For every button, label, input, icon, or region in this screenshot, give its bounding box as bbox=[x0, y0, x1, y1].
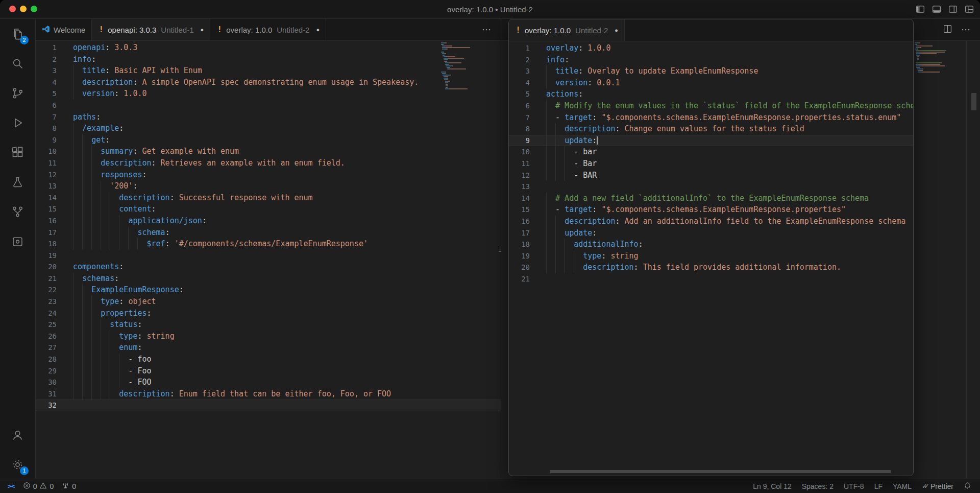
toggle-panel-icon[interactable] bbox=[932, 5, 941, 14]
code-line[interactable]: 18 additionalInfo: bbox=[509, 239, 913, 250]
explorer-view-button[interactable]: 2 bbox=[0, 19, 35, 49]
code-line[interactable]: 27 enum: bbox=[36, 342, 501, 354]
code-line[interactable]: 11 - Bar bbox=[509, 158, 913, 170]
toggle-primary-sidebar-icon[interactable] bbox=[916, 5, 925, 14]
minimize-window-button[interactable] bbox=[20, 6, 27, 12]
git-graph-view-button[interactable] bbox=[0, 197, 35, 226]
code-line[interactable]: 19 bbox=[36, 250, 501, 262]
code-line[interactable]: 16 description: Add an additionalInfo fi… bbox=[509, 216, 913, 227]
zoom-window-button[interactable] bbox=[31, 6, 37, 12]
settings-button[interactable]: 1 bbox=[0, 450, 35, 479]
minimap[interactable] bbox=[915, 42, 963, 75]
minimap[interactable] bbox=[441, 42, 485, 91]
code-line[interactable]: 3 title: Overlay to update ExampleEnumRe… bbox=[509, 65, 913, 77]
tab-overlay-floating[interactable]: ! overlay: 1.0.0 Untitled-2 ● bbox=[509, 19, 625, 41]
code-line[interactable]: 4 version: 0.0.1 bbox=[509, 77, 913, 89]
vertical-scrollbar[interactable] bbox=[971, 93, 976, 110]
code-line[interactable]: 1openapi: 3.0.3 bbox=[36, 42, 501, 54]
extensions-view-button[interactable] bbox=[0, 137, 35, 167]
code-line[interactable]: 28 - foo bbox=[36, 354, 501, 365]
code-line[interactable]: 22 ExampleEnumResponse: bbox=[36, 284, 501, 296]
cursor-position-status[interactable]: Ln 9, Col 12 bbox=[749, 479, 795, 493]
code-line[interactable]: 10 - bar bbox=[509, 146, 913, 158]
code-line[interactable]: 9 get: bbox=[36, 134, 501, 146]
code-line[interactable]: 11 description: Retrieves an example wit… bbox=[36, 157, 501, 169]
code-line[interactable]: 1overlay: 1.0.0 bbox=[509, 42, 913, 54]
horizontal-scrollbar[interactable] bbox=[550, 470, 891, 473]
code-line[interactable]: 15 - target: "$.components.schemas.Examp… bbox=[509, 204, 913, 216]
code-line[interactable]: 23 type: object bbox=[36, 296, 501, 308]
formatter-status[interactable]: ✓✓ Prettier bbox=[918, 479, 957, 493]
openapi-editor[interactable]: 1openapi: 3.0.32info:3 title: Basic API … bbox=[36, 40, 501, 479]
code-line[interactable]: 17 schema: bbox=[36, 227, 501, 239]
indent-guide bbox=[546, 77, 547, 89]
overlay-editor[interactable]: 1overlay: 1.0.02info:3 title: Overlay to… bbox=[509, 41, 913, 469]
language-mode-status[interactable]: YAML bbox=[889, 479, 915, 493]
notifications-button[interactable] bbox=[960, 479, 975, 493]
source-control-view-button[interactable] bbox=[0, 78, 35, 108]
code-line[interactable]: 2info: bbox=[509, 54, 913, 66]
code-line[interactable]: 13 '200': bbox=[36, 180, 501, 192]
indent-guide bbox=[546, 262, 547, 273]
code-line[interactable]: 21 schemas: bbox=[36, 273, 501, 285]
code-line[interactable]: 13 bbox=[509, 181, 913, 193]
code-line[interactable]: 10 summary: Get example with enum bbox=[36, 146, 501, 157]
code-line[interactable]: 29 - Foo bbox=[36, 365, 501, 377]
code-line[interactable]: 9 update: bbox=[509, 135, 913, 147]
toggle-secondary-sidebar-icon[interactable] bbox=[948, 5, 958, 14]
more-actions-icon[interactable]: ⋯ bbox=[482, 24, 492, 35]
code-line[interactable]: 3 title: Basic API with Enum bbox=[36, 65, 501, 77]
code-line[interactable]: 18 $ref: '#/components/schemas/ExampleEn… bbox=[36, 238, 501, 250]
modified-dot-close-button[interactable]: ● bbox=[316, 27, 320, 33]
code-line[interactable]: 8 description: Change enum values for th… bbox=[509, 123, 913, 135]
code-line[interactable]: 12 - BAR bbox=[509, 170, 913, 181]
modified-dot-close-button[interactable]: ● bbox=[615, 27, 618, 33]
code-line[interactable]: 21 bbox=[509, 273, 913, 285]
code-line[interactable]: 14 # Add a new field `additionalInfo` to… bbox=[509, 193, 913, 204]
code-line[interactable]: 2info: bbox=[36, 54, 501, 65]
split-editor-icon[interactable] bbox=[943, 25, 952, 35]
code-line[interactable]: 31 description: Enum field that can be e… bbox=[36, 388, 501, 400]
code-line[interactable]: 14 description: Successful response with… bbox=[36, 192, 501, 204]
tab-welcome[interactable]: Welcome bbox=[36, 19, 92, 40]
code-line[interactable]: 4 description: A simple OpenAPI spec dem… bbox=[36, 77, 501, 88]
code-line[interactable]: 5actions: bbox=[509, 88, 913, 100]
code-line[interactable]: 6 bbox=[36, 100, 501, 111]
tab-openapi-untitled-1[interactable]: ! openapi: 3.0.3 Untitled-1 ● bbox=[92, 19, 210, 40]
code-line[interactable]: 24 properties: bbox=[36, 308, 501, 319]
code-line[interactable]: 8 /example: bbox=[36, 123, 501, 134]
encoding-status[interactable]: UTF-8 bbox=[840, 479, 868, 493]
container-view-button[interactable] bbox=[0, 226, 35, 256]
code-line[interactable]: 32 bbox=[36, 400, 501, 411]
modified-dot-close-button[interactable]: ● bbox=[201, 27, 204, 33]
indentation-status[interactable]: Spaces: 2 bbox=[798, 479, 837, 493]
accounts-button[interactable] bbox=[0, 420, 35, 450]
ports-status[interactable]: 0 bbox=[58, 479, 80, 493]
problems-status[interactable]: 0 0 bbox=[19, 479, 58, 493]
code-line[interactable]: 7 - target: "$.components.schemas.Exampl… bbox=[509, 112, 913, 124]
testing-view-button[interactable] bbox=[0, 167, 35, 197]
code-line[interactable]: 6 # Modify the enum values in the `statu… bbox=[509, 100, 913, 112]
code-line[interactable]: 5 version: 1.0.0 bbox=[36, 88, 501, 100]
code-line[interactable]: 17 update: bbox=[509, 227, 913, 239]
eol-status[interactable]: LF bbox=[871, 479, 886, 493]
code-line[interactable]: 20components: bbox=[36, 261, 501, 273]
code-line[interactable]: 19 type: string bbox=[509, 250, 913, 262]
code-line[interactable]: 12 responses: bbox=[36, 169, 501, 181]
code-line[interactable]: 26 type: string bbox=[36, 331, 501, 342]
code-line[interactable]: 25 status: bbox=[36, 319, 501, 331]
code-line[interactable]: 30 - FOO bbox=[36, 377, 501, 388]
remote-indicator[interactable]: >< bbox=[4, 479, 18, 493]
tab-overlay-untitled-2[interactable]: ! overlay: 1.0.0 Untitled-2 ● bbox=[210, 19, 326, 40]
code-line[interactable]: 16 application/json: bbox=[36, 215, 501, 227]
close-window-button[interactable] bbox=[9, 6, 16, 12]
indent-guide bbox=[73, 377, 74, 388]
more-actions-icon[interactable]: ⋯ bbox=[961, 24, 971, 35]
code-line[interactable]: 20 description: This field provides addi… bbox=[509, 262, 913, 273]
code-line[interactable]: 7paths: bbox=[36, 111, 501, 123]
indent-guide bbox=[82, 365, 83, 377]
code-line[interactable]: 15 content: bbox=[36, 203, 501, 215]
run-debug-view-button[interactable] bbox=[0, 108, 35, 137]
customize-layout-icon[interactable] bbox=[965, 5, 974, 14]
search-view-button[interactable] bbox=[0, 49, 35, 78]
